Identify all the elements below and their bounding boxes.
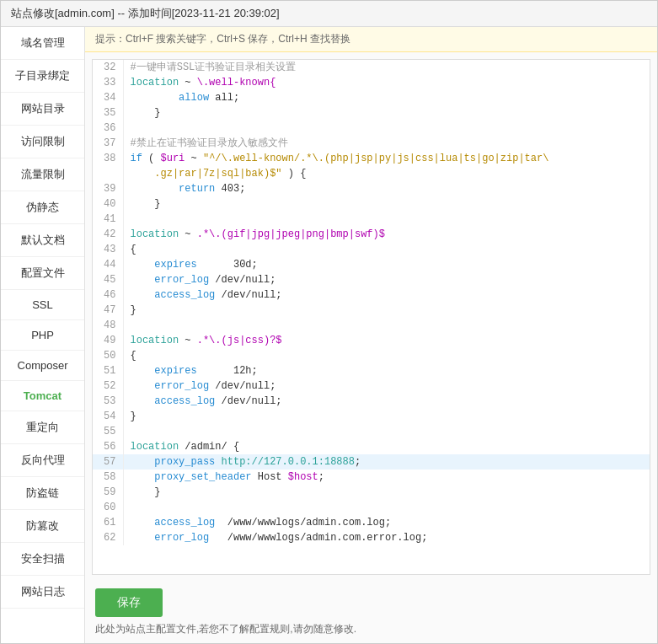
line-number: 45 (93, 272, 123, 287)
footer-note: 此处为站点主配置文件,若您不了解配置规则,请勿随意修改. (95, 622, 647, 636)
sidebar-item-subdir[interactable]: 子目录绑定 (1, 60, 84, 93)
line-code: location ~ .*\.(js|css)?$ (123, 333, 650, 348)
table-row: 62 error_log /www/wwwlogs/admin.com.erro… (93, 530, 650, 545)
line-number: 55 (93, 424, 123, 439)
line-number: 49 (93, 333, 123, 348)
line-code: location ~ \.well-known{ (123, 75, 650, 90)
line-code: error_log /www/wwwlogs/admin.com.error.l… (123, 530, 650, 545)
sidebar-item-reverse-proxy[interactable]: 反向代理 (1, 444, 84, 477)
line-number: 56 (93, 439, 123, 454)
sidebar-item-log[interactable]: 网站日志 (1, 576, 84, 609)
sidebar-item-hotlink[interactable]: 防盗链 (1, 477, 84, 510)
line-code (123, 318, 650, 333)
line-code: access_log /dev/null; (123, 287, 650, 303)
sidebar-item-domain[interactable]: 域名管理 (1, 27, 84, 60)
table-row: 35 } (93, 105, 650, 121)
sidebar: 域名管理 子目录绑定 网站目录 访问限制 流量限制 伪静态 默认文档 配置文件 … (1, 27, 85, 643)
line-code: error_log /dev/null; (123, 272, 650, 287)
sidebar-item-tamper[interactable]: 防篡改 (1, 510, 84, 543)
line-number: 39 (93, 181, 123, 196)
sidebar-item-security[interactable]: 安全扫描 (1, 543, 84, 576)
line-number: 53 (93, 394, 123, 409)
line-code: if ( $uri ~ "^/\.well-known/.*\.(php|jsp… (123, 151, 650, 166)
table-row: 54 } (93, 409, 650, 424)
window-title: 站点修改[admin.com] -- 添加时间[2023-11-21 20:39… (11, 7, 280, 19)
line-code: { (123, 242, 650, 257)
table-row: 34 allow all; (93, 90, 650, 105)
code-editor[interactable]: 32 #一键申请SSL证书验证目录相关设置 33 location ~ \.we… (92, 59, 650, 575)
line-code (123, 424, 650, 439)
table-row: 61 access_log /www/wwwlogs/admin.com.log… (93, 515, 650, 530)
table-row: 48 (93, 318, 650, 333)
sidebar-item-rewrite[interactable]: 伪静态 (1, 191, 84, 224)
bottom-bar: 保存 此处为站点主配置文件,若您不了解配置规则,请勿随意修改. (85, 582, 657, 643)
line-number (93, 166, 123, 181)
line-number: 34 (93, 90, 123, 105)
line-number: 48 (93, 318, 123, 333)
table-row: 55 (93, 424, 650, 439)
table-row: 40 } (93, 196, 650, 212)
line-number: 41 (93, 212, 123, 227)
line-code (123, 121, 650, 136)
sidebar-item-traffic[interactable]: 流量限制 (1, 158, 84, 191)
line-number: 43 (93, 242, 123, 257)
line-code: location /admin/ { (123, 439, 650, 454)
line-number: 47 (93, 303, 123, 318)
table-row: 32 #一键申请SSL证书验证目录相关设置 (93, 60, 650, 75)
line-code: proxy_pass http://127.0.0.1:18888; (123, 454, 650, 470)
hint-text: 提示：Ctrl+F 搜索关键字，Ctrl+S 保存，Ctrl+H 查找替换 (95, 33, 350, 45)
table-row: 51 expires 12h; (93, 363, 650, 378)
content-area: 域名管理 子目录绑定 网站目录 访问限制 流量限制 伪静态 默认文档 配置文件 … (1, 27, 657, 643)
line-number: 60 (93, 500, 123, 515)
line-code: access_log /dev/null; (123, 394, 650, 409)
line-number: 42 (93, 227, 123, 242)
sidebar-item-tomcat[interactable]: Tomcat (1, 381, 84, 411)
sidebar-item-config[interactable]: 配置文件 (1, 257, 84, 290)
line-number: 50 (93, 348, 123, 363)
table-row: 59 } (93, 485, 650, 500)
sidebar-item-php[interactable]: PHP (1, 320, 84, 351)
line-code: .gz|rar|7z|sql|bak)$" ) { (123, 166, 650, 181)
line-number: 57 (93, 454, 123, 470)
line-code: #一键申请SSL证书验证目录相关设置 (123, 60, 650, 75)
table-row: 46 access_log /dev/null; (93, 287, 650, 303)
hint-bar: 提示：Ctrl+F 搜索关键字，Ctrl+S 保存，Ctrl+H 查找替换 (85, 27, 657, 52)
line-code: access_log /www/wwwlogs/admin.com.log; (123, 515, 650, 530)
line-number: 33 (93, 75, 123, 90)
table-row: 39 return 403; (93, 181, 650, 196)
line-code: } (123, 485, 650, 500)
code-table: 32 #一键申请SSL证书验证目录相关设置 33 location ~ \.we… (93, 60, 650, 545)
line-number: 51 (93, 363, 123, 378)
line-number: 36 (93, 121, 123, 136)
line-code (123, 500, 650, 515)
sidebar-item-webdir[interactable]: 网站目录 (1, 93, 84, 126)
line-number: 61 (93, 515, 123, 530)
sidebar-item-composer[interactable]: Composer (1, 351, 84, 381)
table-row: 41 (93, 212, 650, 227)
table-row: 49 location ~ .*\.(js|css)?$ (93, 333, 650, 348)
sidebar-item-ssl[interactable]: SSL (1, 290, 84, 320)
table-row: 45 error_log /dev/null; (93, 272, 650, 287)
line-code (123, 212, 650, 227)
line-code: #禁止在证书验证目录放入敏感文件 (123, 136, 650, 151)
sidebar-item-default-doc[interactable]: 默认文档 (1, 224, 84, 257)
line-number: 35 (93, 105, 123, 121)
table-row: 43 { (93, 242, 650, 257)
sidebar-item-access[interactable]: 访问限制 (1, 126, 84, 158)
sidebar-item-redirect[interactable]: 重定向 (1, 411, 84, 444)
table-row: 42 location ~ .*\.(gif|jpg|jpeg|png|bmp|… (93, 227, 650, 242)
line-code: } (123, 196, 650, 212)
line-number: 37 (93, 136, 123, 151)
line-number: 59 (93, 485, 123, 500)
main-window: 站点修改[admin.com] -- 添加时间[2023-11-21 20:39… (0, 0, 658, 644)
line-number: 38 (93, 151, 123, 166)
save-button[interactable]: 保存 (95, 588, 163, 617)
table-row: 47 } (93, 303, 650, 318)
line-code: expires 30d; (123, 257, 650, 272)
line-code: location ~ .*\.(gif|jpg|jpeg|png|bmp|swf… (123, 227, 650, 242)
table-row: 36 (93, 121, 650, 136)
table-row: 53 access_log /dev/null; (93, 394, 650, 409)
table-row: 33 location ~ \.well-known{ (93, 75, 650, 90)
table-row: 44 expires 30d; (93, 257, 650, 272)
line-number: 62 (93, 530, 123, 545)
